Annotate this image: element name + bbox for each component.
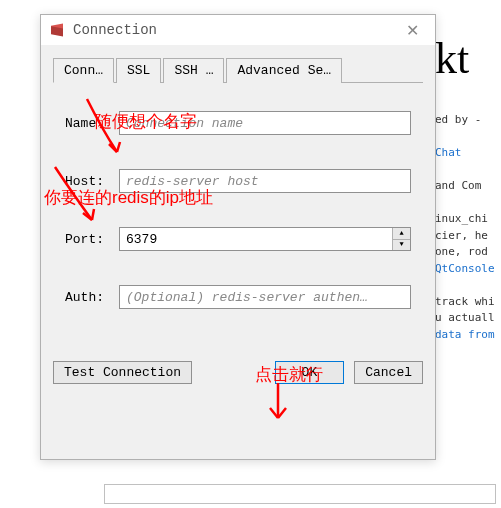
button-row: Test Connection OK Cancel xyxy=(41,361,435,396)
test-connection-button[interactable]: Test Connection xyxy=(53,361,192,384)
port-row: Port: ▲ ▼ xyxy=(65,227,411,251)
host-row: Host: xyxy=(65,169,411,193)
host-input[interactable] xyxy=(119,169,411,193)
port-input[interactable] xyxy=(120,228,392,250)
close-button[interactable]: ✕ xyxy=(398,21,427,40)
auth-input[interactable] xyxy=(119,285,411,309)
name-label: Name xyxy=(65,116,119,131)
spinner-up-icon[interactable]: ▲ xyxy=(393,228,410,240)
titlebar: Connection ✕ xyxy=(41,15,435,45)
tab-advanced[interactable]: Advanced Se… xyxy=(226,58,342,83)
tab-connection[interactable]: Conn… xyxy=(53,58,114,83)
host-label: Host: xyxy=(65,174,119,189)
tabs-area: Conn… SSL SSH … Advanced Se… Name Host: … xyxy=(41,45,435,361)
name-input[interactable] xyxy=(119,111,411,135)
dialog-title: Connection xyxy=(73,22,157,38)
connection-dialog: Connection ✕ Conn… SSL SSH … Advanced Se… xyxy=(40,14,436,460)
bottom-status-bar xyxy=(104,484,496,504)
background-partial-text: kt ed by - Chat and Com inux_chi cier, h… xyxy=(431,0,501,508)
ok-button[interactable]: OK xyxy=(275,361,345,384)
port-label: Port: xyxy=(65,232,119,247)
auth-label: Auth: xyxy=(65,290,119,305)
port-stepper[interactable]: ▲ ▼ xyxy=(119,227,411,251)
auth-row: Auth: xyxy=(65,285,411,309)
app-icon xyxy=(49,22,65,38)
port-spinner[interactable]: ▲ ▼ xyxy=(392,228,410,250)
tab-content: Name Host: Port: ▲ ▼ Auth: xyxy=(53,83,423,361)
spinner-down-icon[interactable]: ▼ xyxy=(393,240,410,251)
tab-ssl[interactable]: SSL xyxy=(116,58,161,83)
name-row: Name xyxy=(65,111,411,135)
tab-ssh[interactable]: SSH … xyxy=(163,58,224,83)
cancel-button[interactable]: Cancel xyxy=(354,361,423,384)
bg-large: kt xyxy=(435,26,497,92)
tab-bar: Conn… SSL SSH … Advanced Se… xyxy=(53,57,423,83)
